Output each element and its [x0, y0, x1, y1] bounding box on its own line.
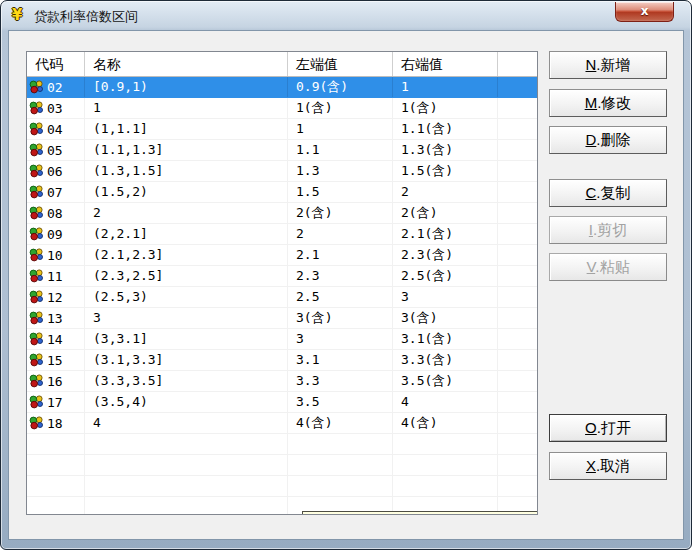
- table-row[interactable]: 10 (2.1,2.3] 2.1 2.3(含): [27, 245, 537, 266]
- table-row[interactable]: 05 (1.1,1.3] 1.1 1.3(含): [27, 140, 537, 161]
- table-row[interactable]: 15 (3.1,3.3] 3.1 3.3(含): [27, 350, 537, 371]
- cell-name: [85, 497, 288, 515]
- cell-code-text: 05: [47, 141, 63, 160]
- cell-right-value: 4: [393, 392, 498, 412]
- cell-left-value: 1: [288, 119, 393, 139]
- copy-button[interactable]: C.复制: [549, 179, 667, 207]
- dialog-client-area: 代码 名称 左端值 右端值 02 [0.9,1) 0.9(含) 1: [8, 30, 684, 540]
- cell-right-value: 1: [393, 77, 498, 97]
- cell-name: (2,2.1]: [85, 224, 288, 244]
- cell-empty: [498, 308, 537, 328]
- table-row[interactable]: 13 3 3(含) 3(含): [27, 308, 537, 329]
- modify-button-mnemonic: M: [585, 94, 598, 111]
- cell-code: 17: [27, 392, 85, 412]
- table-row[interactable]: 17 (3.5,4) 3.5 4: [27, 392, 537, 413]
- table-row[interactable]: 04 (1,1.1] 1 1.1(含): [27, 119, 537, 140]
- cell-name: (1.1,1.3]: [85, 140, 288, 160]
- hint-tooltip: 按下鼠标右键，可调出操作功能菜单。: [302, 511, 538, 515]
- cell-name: [85, 434, 288, 454]
- cell-empty: [498, 77, 537, 97]
- cancel-button-mnemonic: X: [586, 457, 596, 474]
- modify-button[interactable]: M.修改: [549, 89, 667, 117]
- cell-right-value: 1(含): [393, 98, 498, 118]
- table-row[interactable]: 06 (1.3,1.5] 1.3 1.5(含): [27, 161, 537, 182]
- record-coins-icon: [29, 248, 44, 262]
- cell-name: (3.3,3.5]: [85, 371, 288, 391]
- cell-right-value: 1.5(含): [393, 161, 498, 181]
- record-coins-icon: [29, 353, 44, 367]
- cell-name: (3.1,3.3]: [85, 350, 288, 370]
- cell-left-value: 2.1: [288, 245, 393, 265]
- cell-right-value: 2.1(含): [393, 224, 498, 244]
- titlebar[interactable]: ¥ 贷款利率倍数区间 x: [1, 1, 691, 30]
- cell-empty: [498, 266, 537, 286]
- cell-left-value: 4(含): [288, 413, 393, 433]
- cell-right-value: 4(含): [393, 413, 498, 433]
- cell-right-value: 3.5(含): [393, 371, 498, 391]
- window-title: 贷款利率倍数区间: [34, 8, 138, 26]
- table-row[interactable]: 09 (2,2.1] 2 2.1(含): [27, 224, 537, 245]
- dialog-window: ¥ 贷款利率倍数区间 x 代码 名称 左端值 右端值: [0, 0, 692, 550]
- table-row[interactable]: 08 2 2(含) 2(含): [27, 203, 537, 224]
- cell-right-value: 1.3(含): [393, 140, 498, 160]
- cell-left-value: [288, 455, 393, 475]
- cell-left-value: 3.3: [288, 371, 393, 391]
- cell-code: 02: [27, 77, 85, 97]
- cell-code: 06: [27, 161, 85, 181]
- column-header-name[interactable]: 名称: [85, 52, 288, 76]
- cell-code-text: 13: [47, 309, 63, 328]
- column-header-right-value[interactable]: 右端值: [393, 52, 498, 76]
- paste-button-mnemonic: V: [587, 258, 596, 275]
- table-row-empty[interactable]: [27, 434, 537, 455]
- table-row[interactable]: 02 [0.9,1) 0.9(含) 1: [27, 77, 537, 98]
- cell-code-text: 03: [47, 99, 63, 118]
- table-row[interactable]: 03 1 1(含) 1(含): [27, 98, 537, 119]
- add-button[interactable]: N.新增: [549, 51, 667, 79]
- cell-name: 4: [85, 413, 288, 433]
- record-coins-icon: [29, 227, 44, 241]
- cell-code-text: 16: [47, 372, 63, 391]
- table-row[interactable]: 16 (3.3,3.5] 3.3 3.5(含): [27, 371, 537, 392]
- cell-empty: [498, 98, 537, 118]
- cell-code: 10: [27, 245, 85, 265]
- column-header-empty[interactable]: [498, 52, 537, 76]
- cell-name: (2.5,3): [85, 287, 288, 307]
- cell-right-value: 3: [393, 287, 498, 307]
- table-row[interactable]: 18 4 4(含) 4(含): [27, 413, 537, 434]
- cell-name: (1,1.1]: [85, 119, 288, 139]
- add-button-label: .新增: [596, 56, 630, 73]
- cell-right-value: 2: [393, 182, 498, 202]
- cell-left-value: 1(含): [288, 98, 393, 118]
- column-header-code[interactable]: 代码: [27, 52, 85, 76]
- cell-code: [27, 455, 85, 475]
- cell-code: 18: [27, 413, 85, 433]
- cell-name: (2.1,2.3]: [85, 245, 288, 265]
- open-button[interactable]: O.打开: [549, 414, 667, 442]
- cell-right-value: [393, 476, 498, 496]
- cut-button[interactable]: I.剪切: [549, 216, 667, 244]
- table-row[interactable]: 14 (3,3.1] 3 3.1(含): [27, 329, 537, 350]
- cell-empty: [498, 350, 537, 370]
- table-body: 02 [0.9,1) 0.9(含) 1 03 1 1(含) 1(含): [27, 77, 537, 515]
- cell-left-value: 0.9(含): [288, 77, 393, 97]
- table-row[interactable]: 11 (2.3,2.5] 2.3 2.5(含): [27, 266, 537, 287]
- record-coins-icon: [29, 122, 44, 136]
- cancel-button[interactable]: X.取消: [549, 452, 667, 480]
- table-row[interactable]: 07 (1.5,2) 1.5 2: [27, 182, 537, 203]
- cell-left-value: 3.5: [288, 392, 393, 412]
- table-row[interactable]: 12 (2.5,3) 2.5 3: [27, 287, 537, 308]
- paste-button[interactable]: V.粘贴: [549, 253, 667, 281]
- cell-code: [27, 497, 85, 515]
- delete-button[interactable]: D.删除: [549, 126, 667, 154]
- column-header-left-value[interactable]: 左端值: [288, 52, 393, 76]
- table-row-empty[interactable]: [27, 455, 537, 476]
- modify-button-label: .修改: [597, 94, 631, 111]
- cell-code-text: 15: [47, 351, 63, 370]
- cell-code: 16: [27, 371, 85, 391]
- close-button[interactable]: x: [615, 2, 674, 22]
- record-coins-icon: [29, 269, 44, 283]
- cell-empty: [498, 287, 537, 307]
- cell-code-text: 12: [47, 288, 63, 307]
- table-row-empty[interactable]: [27, 476, 537, 497]
- cell-right-value: 2.5(含): [393, 266, 498, 286]
